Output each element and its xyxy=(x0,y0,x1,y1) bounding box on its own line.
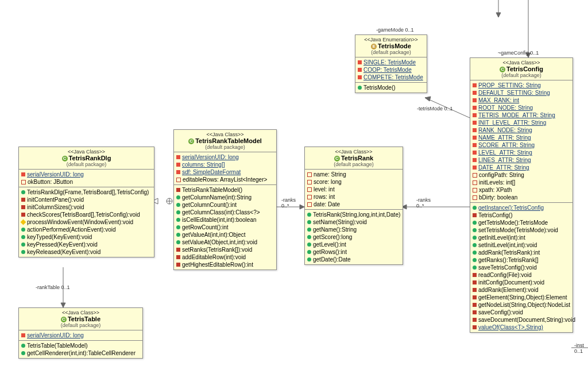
member-icon xyxy=(473,228,477,232)
member-icon xyxy=(473,166,477,170)
member-icon xyxy=(307,213,311,217)
class-TetrisTable: <<Java Class>> CTetrisTable (default pac… xyxy=(18,307,143,359)
member-icon xyxy=(473,136,477,140)
member-icon xyxy=(473,106,477,110)
member-icon xyxy=(21,344,25,348)
member-icon xyxy=(21,190,25,194)
member-icon xyxy=(473,273,477,277)
member-icon xyxy=(176,225,180,229)
member-icon xyxy=(307,220,311,224)
member-icon xyxy=(473,325,477,329)
svg-point-7 xyxy=(167,198,172,204)
literals: SINGLE: TetrisMode COOP: TetrisMode COMP… xyxy=(355,57,427,83)
member-icon xyxy=(473,83,477,87)
class-TetrisConfig: <<Java Class>> CTetrisConfig (default pa… xyxy=(470,57,573,333)
member-icon xyxy=(473,143,477,147)
member-icon xyxy=(176,240,180,244)
class-icon: C xyxy=(188,139,194,144)
member-icon xyxy=(473,173,477,178)
class-title: TetrisRank xyxy=(341,155,373,161)
literal-icon xyxy=(358,68,362,72)
member-icon xyxy=(176,255,180,259)
member-icon xyxy=(473,303,477,307)
member-icon xyxy=(473,236,477,240)
class-TetrisRank: <<Java Class>> CTetrisRank (default pack… xyxy=(304,147,403,265)
member-icon xyxy=(473,318,477,322)
member-icon xyxy=(473,213,477,217)
member-icon xyxy=(307,172,312,177)
member-icon xyxy=(473,180,477,185)
assoc-gameMode: -gameMode 0..1 xyxy=(376,27,414,33)
member-icon xyxy=(473,151,477,155)
member-icon xyxy=(473,221,477,225)
member-icon xyxy=(473,251,477,255)
member-icon xyxy=(307,228,311,232)
member-icon xyxy=(473,113,477,117)
member-icon xyxy=(473,121,477,125)
member-icon xyxy=(21,172,25,176)
enum-icon: E xyxy=(371,44,377,49)
member-icon xyxy=(176,263,180,267)
member-icon xyxy=(21,198,25,202)
literal-icon xyxy=(358,75,362,79)
member-icon xyxy=(473,195,477,200)
class-title: TetrisMode xyxy=(378,43,411,49)
member-icon xyxy=(21,205,25,209)
member-icon xyxy=(176,170,180,174)
member-icon xyxy=(176,210,180,214)
member-icon xyxy=(176,163,180,167)
class-TetrisMode: <<Java Enumeration>> ETetrisMode (defaul… xyxy=(355,34,427,93)
member-icon xyxy=(21,250,25,254)
member-icon xyxy=(176,233,180,237)
member-icon xyxy=(473,258,477,262)
class-icon: C xyxy=(62,156,68,161)
member-icon xyxy=(307,195,312,199)
member-icon xyxy=(21,243,25,247)
class-title: TetrisRankDlg xyxy=(69,155,111,161)
member-icon xyxy=(307,257,311,261)
class-TetrisRankDlg: <<Java Class>> CTetrisRankDlg (default p… xyxy=(18,147,154,257)
class-title: TetrisRankTableModel xyxy=(195,137,262,144)
member-icon xyxy=(473,243,477,247)
stereotype: <<Java Enumeration>> xyxy=(359,37,423,43)
class-icon: C xyxy=(61,317,67,322)
member-icon xyxy=(307,202,312,207)
member-icon xyxy=(21,228,25,232)
member-icon xyxy=(21,180,26,184)
member-icon xyxy=(473,91,477,95)
member-icon xyxy=(307,243,311,247)
member-icon xyxy=(307,235,311,239)
member-icon xyxy=(176,203,180,207)
member-icon xyxy=(176,218,180,222)
member-icon xyxy=(473,310,477,314)
member-icon xyxy=(473,295,477,299)
member-icon xyxy=(473,206,477,210)
member-icon xyxy=(176,248,180,252)
member-icon xyxy=(473,188,477,193)
member-icon xyxy=(473,266,477,270)
member-icon xyxy=(21,220,26,225)
literal-icon xyxy=(358,60,362,64)
assoc-tetrisMode: -tetrisMode 0..1 xyxy=(417,106,453,111)
member-icon xyxy=(176,178,181,182)
op-icon xyxy=(358,86,362,90)
member-icon xyxy=(21,351,25,355)
member-icon xyxy=(307,250,311,254)
class-icon: C xyxy=(500,67,505,72)
member-icon xyxy=(21,213,25,217)
member-icon xyxy=(473,128,477,132)
assoc-rankTable: -rankTable 0..1 xyxy=(36,284,70,290)
member-icon xyxy=(473,288,477,292)
member-icon xyxy=(176,188,180,192)
member-icon xyxy=(473,158,477,162)
assoc-inst: -inst0..1 xyxy=(574,343,584,354)
member-icon xyxy=(21,333,25,337)
assoc-gameConfig: ~gameConfig 0..1 xyxy=(498,50,539,56)
member-icon xyxy=(176,155,180,159)
class-title: TetrisConfig xyxy=(506,66,543,72)
member-icon xyxy=(307,187,312,192)
member-icon xyxy=(307,180,312,184)
assoc-ranks2: -ranks0..* xyxy=(416,197,431,209)
assoc-ranks1: -ranks0..* xyxy=(281,197,296,209)
class-title: TetrisTable xyxy=(68,316,100,322)
